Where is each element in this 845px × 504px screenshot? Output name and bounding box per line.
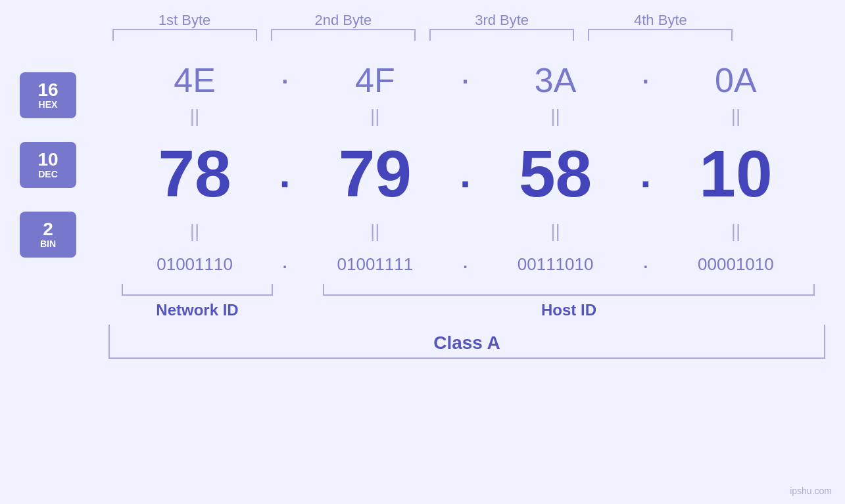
values-area: 4E . 4F . 3A . 0A || || || || 78 xyxy=(105,47,825,283)
dot-bin-1: . xyxy=(275,254,295,272)
eq2-b1: || xyxy=(122,218,267,244)
dot-hex-1: . xyxy=(275,62,295,89)
hex-badge: 16 HEX xyxy=(20,72,76,118)
dot-bin-3: . xyxy=(636,254,656,272)
bin-b3: 00111010 xyxy=(483,244,628,281)
byte1-header: 1st Byte xyxy=(112,12,257,29)
watermark: ipshu.com xyxy=(790,486,832,496)
dec-b3: 58 xyxy=(483,129,628,218)
bin-b2: 01001111 xyxy=(302,244,447,281)
dec-b1: 78 xyxy=(122,129,267,218)
dot-dec-2: . xyxy=(455,151,475,196)
eq1-b3: || xyxy=(483,103,628,129)
dec-badge: 10 DEC xyxy=(20,142,76,188)
bin-row: 01001110 . 01001111 . 00111010 . 0000101… xyxy=(105,244,825,281)
dot-dec-1: . xyxy=(275,151,295,196)
eq1-b2: || xyxy=(302,103,447,129)
hex-b2: 4F xyxy=(302,47,447,103)
byte4-header: 4th Byte xyxy=(588,12,733,29)
bin-b4: 00001010 xyxy=(664,244,808,281)
hex-b3: 3A xyxy=(483,47,628,103)
network-id-wrap: Network ID xyxy=(109,284,286,319)
bracket-byte3 xyxy=(429,29,574,41)
bin-number: 2 xyxy=(43,220,53,239)
host-id-wrap: Host ID xyxy=(312,284,825,319)
hex-row: 4E . 4F . 3A . 0A xyxy=(105,47,825,103)
bin-b1: 01001110 xyxy=(122,244,267,281)
bin-badge: 2 BIN xyxy=(20,212,76,258)
base-labels: 16 HEX 10 DEC 2 BIN xyxy=(20,47,105,283)
dec-label: DEC xyxy=(38,169,58,179)
dot-hex-2: . xyxy=(455,62,475,89)
eq2-b4: || xyxy=(664,218,808,244)
equals-row-1: || || || || xyxy=(105,103,825,129)
class-bracket: Class A xyxy=(109,325,825,359)
spacer xyxy=(286,284,312,319)
host-bracket xyxy=(323,284,815,296)
eq2-b2: || xyxy=(302,218,447,244)
dot-bin-2: . xyxy=(455,254,475,272)
dec-number: 10 xyxy=(37,150,58,169)
dot-dec-3: . xyxy=(636,151,656,196)
top-bracket-row xyxy=(0,29,845,41)
eq1-b1: || xyxy=(122,103,267,129)
bottom-brackets: Network ID Host ID xyxy=(0,284,845,319)
byte-headers: 1st Byte 2nd Byte 3rd Byte 4th Byte xyxy=(0,0,845,29)
eq2-b3: || xyxy=(483,218,628,244)
dec-row: 78 . 79 . 58 . 10 xyxy=(105,129,825,218)
eq1-b4: || xyxy=(664,103,808,129)
bracket-byte1 xyxy=(112,29,257,41)
hex-label: HEX xyxy=(39,99,58,110)
bin-label: BIN xyxy=(40,239,56,249)
equals-row-2: || || || || xyxy=(105,218,825,244)
bracket-byte2 xyxy=(271,29,416,41)
byte2-header: 2nd Byte xyxy=(271,12,416,29)
network-bracket xyxy=(122,284,273,296)
class-label: Class A xyxy=(433,332,500,357)
network-id-label: Network ID xyxy=(156,301,238,319)
main-grid: 16 HEX 10 DEC 2 BIN 4E . 4F . 3A . 0A xyxy=(0,47,845,283)
byte3-header: 3rd Byte xyxy=(429,12,574,29)
class-row: Class A xyxy=(0,319,845,359)
dec-b4: 10 xyxy=(664,129,808,218)
bracket-byte4 xyxy=(588,29,733,41)
hex-b1: 4E xyxy=(122,47,267,103)
host-id-label: Host ID xyxy=(541,301,596,319)
dec-b2: 79 xyxy=(302,129,447,218)
dot-hex-3: . xyxy=(636,62,656,89)
hex-number: 16 xyxy=(37,81,58,99)
main-container: 1st Byte 2nd Byte 3rd Byte 4th Byte 16 H… xyxy=(0,0,845,504)
hex-b4: 0A xyxy=(664,47,808,103)
